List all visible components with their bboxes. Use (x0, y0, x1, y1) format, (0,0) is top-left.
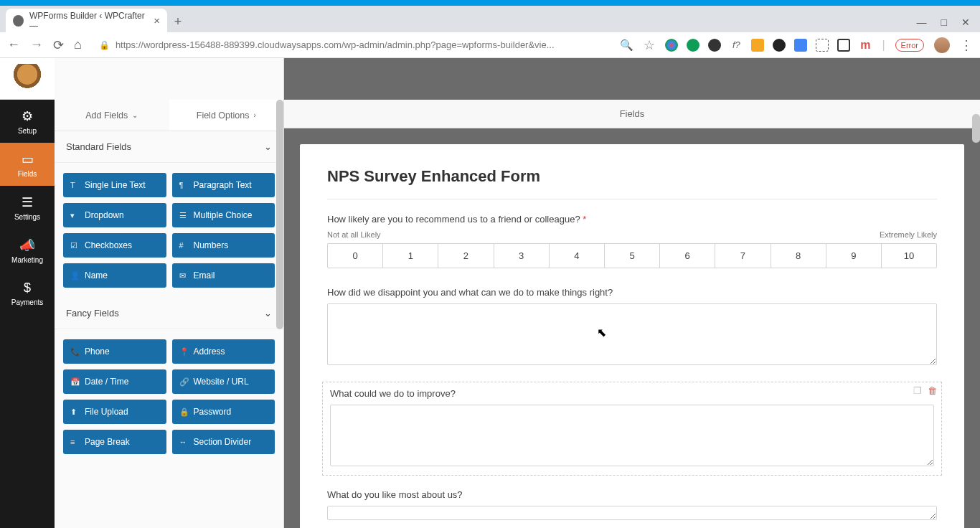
field-type-icon: ↔ (179, 438, 188, 446)
window-maximize-icon[interactable]: □ (941, 16, 947, 28)
field-type-button[interactable]: 🔒Password (172, 400, 275, 424)
field-type-icon: ☑ (70, 241, 79, 250)
tab-field-options[interactable]: Field Options› (169, 100, 284, 131)
ext-icon[interactable] (708, 39, 721, 52)
nav-marketing[interactable]: 📣Marketing (0, 229, 55, 272)
nps-option[interactable]: 5 (605, 244, 660, 268)
field-type-button[interactable]: ⬆File Upload (63, 400, 166, 424)
nps-option[interactable]: 1 (383, 244, 438, 268)
textarea-input[interactable] (327, 303, 937, 365)
textarea-input[interactable] (327, 506, 937, 520)
field-type-button[interactable]: 👤Name (63, 263, 166, 288)
chevron-down-icon: ⌄ (264, 141, 272, 152)
zoom-icon[interactable]: 🔍 (620, 39, 633, 52)
textarea-input[interactable] (330, 405, 934, 466)
field-type-button[interactable]: ☰Multiple Choice (172, 203, 275, 227)
nps-option[interactable]: 6 (660, 244, 715, 268)
field-toolbar: ❐ 🗑 (913, 385, 937, 396)
browser-tab[interactable]: WPForms Builder ‹ WPCrafter — × (6, 9, 167, 32)
field-type-button[interactable]: #Numbers (172, 233, 275, 258)
address-bar[interactable]: 🔒 https://wordpress-156488-889399.cloudw… (92, 39, 611, 50)
gear-icon: ⚙ (22, 108, 33, 124)
field-type-button[interactable]: 🔗Website / URL (172, 369, 275, 394)
nps-option[interactable]: 3 (494, 244, 550, 268)
form-title[interactable]: NPS Survey Enhanced Form (327, 167, 937, 199)
canvas-area: Fields NPS Survey Enhanced Form How like… (284, 58, 980, 528)
window-close-icon[interactable]: ✕ (961, 16, 970, 28)
section-standard-fields[interactable]: Standard Fields⌄ (55, 131, 283, 163)
field-nps[interactable]: How likely are you to recommend us to a … (327, 214, 937, 268)
nps-option[interactable]: 10 (882, 244, 936, 268)
section-fancy-fields[interactable]: Fancy Fields⌄ (55, 298, 283, 329)
field-type-icon: 🔒 (179, 407, 188, 417)
field-type-icon: ▾ (70, 211, 79, 220)
ext-icon[interactable] (794, 39, 807, 52)
field-type-button[interactable]: 📞Phone (63, 339, 166, 364)
ext-icon[interactable]: m (859, 39, 872, 52)
field-textarea-2[interactable]: ❐ 🗑 What could we do to improve? (327, 387, 937, 471)
nps-option[interactable]: 0 (328, 244, 383, 268)
field-type-icon: ¶ (179, 181, 188, 189)
url-text: https://wordpress-156488-889399.cloudway… (116, 39, 555, 50)
canvas-scrollbar[interactable] (972, 114, 980, 143)
field-type-button[interactable]: ≡Page Break (63, 430, 166, 454)
wpforms-logo[interactable] (0, 58, 55, 100)
field-textarea-3[interactable]: What do you like most about us? (327, 489, 937, 523)
tab-favicon (13, 15, 24, 27)
ext-icon[interactable] (816, 39, 829, 52)
nps-option[interactable]: 8 (771, 244, 826, 268)
field-type-button[interactable]: ☑Checkboxes (63, 233, 166, 258)
nps-scale: 012345678910 (327, 243, 937, 268)
window-minimize-icon[interactable]: — (917, 16, 927, 28)
profile-avatar[interactable] (934, 37, 950, 53)
browser-tabs: WPForms Builder ‹ WPCrafter — × + — □ ✕ (0, 6, 980, 32)
browser-toolbar: ← → ⟳ ⌂ 🔒 https://wordpress-156488-88939… (0, 32, 980, 58)
ext-icon[interactable] (751, 39, 764, 52)
reload-button[interactable]: ⟳ (53, 37, 64, 53)
nps-option[interactable]: 2 (438, 244, 494, 268)
field-type-button[interactable]: ✉Email (172, 263, 275, 288)
nps-option[interactable]: 9 (826, 244, 882, 268)
field-type-button[interactable]: 📍Address (172, 339, 275, 364)
ext-icon[interactable]: f? (730, 39, 743, 52)
home-button[interactable]: ⌂ (74, 37, 82, 52)
tab-close-icon[interactable]: × (154, 14, 160, 27)
ext-icon[interactable] (837, 39, 850, 52)
nav-fields[interactable]: ▭Fields (0, 143, 55, 186)
field-type-button[interactable]: 📅Date / Time (63, 369, 166, 394)
star-icon[interactable]: ☆ (644, 37, 655, 53)
extension-icons: f? m (665, 39, 872, 52)
field-type-icon: 📍 (179, 347, 188, 357)
nps-option[interactable]: 4 (550, 244, 605, 268)
duplicate-icon[interactable]: ❐ (913, 385, 922, 396)
tab-title: WPForms Builder ‹ WPCrafter — (29, 11, 148, 31)
dollar-icon: $ (24, 280, 31, 296)
nav-payments[interactable]: $Payments (0, 272, 55, 315)
nav-setup[interactable]: ⚙Setup (0, 100, 55, 143)
browser-menu-icon[interactable]: ⋮ (960, 37, 973, 53)
ext-icon[interactable] (665, 39, 678, 52)
forward-button[interactable]: → (30, 37, 43, 52)
nav-settings[interactable]: ☰Settings (0, 186, 55, 229)
lock-icon: 🔒 (99, 40, 110, 50)
field-type-icon: ✉ (179, 271, 188, 280)
left-nav: ⚙Setup ▭Fields ☰Settings 📣Marketing $Pay… (0, 58, 55, 528)
new-tab-button[interactable]: + (167, 11, 189, 32)
field-type-button[interactable]: ↔Section Divider (172, 430, 275, 454)
ext-icon[interactable] (773, 39, 786, 52)
panel-scrollbar[interactable] (276, 100, 283, 329)
field-type-button[interactable]: TSingle Line Text (63, 173, 166, 197)
chevron-down-icon: ⌄ (264, 308, 272, 319)
chevron-down-icon: ⌄ (132, 111, 138, 119)
back-button[interactable]: ← (7, 37, 20, 52)
field-type-button[interactable]: ¶Paragraph Text (172, 173, 275, 197)
field-type-button[interactable]: ▾Dropdown (63, 203, 166, 227)
delete-icon[interactable]: 🗑 (928, 385, 937, 396)
nps-option[interactable]: 7 (715, 244, 771, 268)
ext-icon[interactable] (687, 39, 699, 52)
tab-add-fields[interactable]: Add Fields⌄ (55, 100, 169, 131)
field-type-icon: ≡ (70, 438, 79, 446)
field-type-icon: # (179, 241, 188, 250)
field-textarea-1[interactable]: How did we disappoint you and what can w… (327, 287, 937, 368)
error-badge[interactable]: Error (895, 39, 924, 52)
